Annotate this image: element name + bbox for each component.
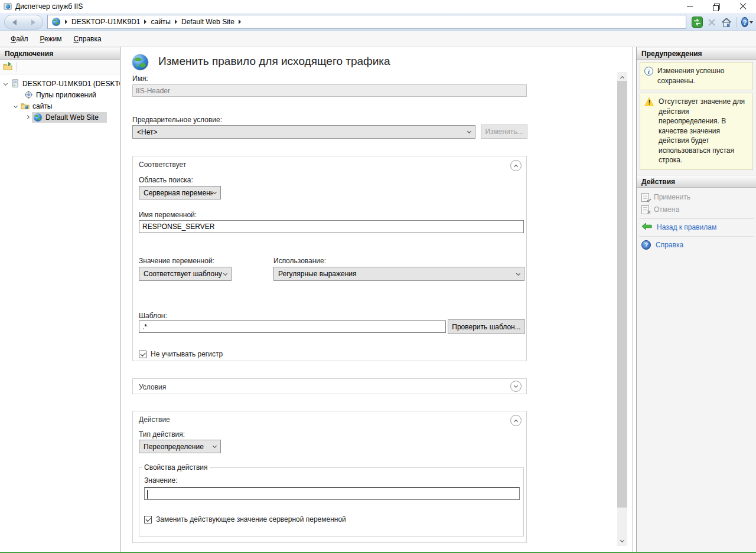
variable-name-field[interactable] <box>139 220 524 233</box>
breadcrumb-sites[interactable]: сайты <box>151 18 171 26</box>
breadcrumb[interactable]: DESKTOP-U1MK9D1 сайты Default Web Site <box>47 15 686 29</box>
action-section: Действие Тип действия: Переопределение С… <box>132 411 527 543</box>
chevron-down-icon <box>516 271 520 275</box>
menu-view[interactable]: Режим <box>35 32 69 45</box>
connections-toolbar <box>0 60 120 74</box>
help-action[interactable]: ? Справка <box>637 239 756 251</box>
chevron-expanded-icon[interactable] <box>14 104 18 108</box>
variable-value-label: Значение переменной: <box>139 257 214 265</box>
test-pattern-button[interactable]: Проверить шаблон... <box>448 319 525 334</box>
precondition-select[interactable]: <Нет> <box>132 125 475 139</box>
ignore-case-row: Не учитывать регистр <box>139 350 223 358</box>
menu-help[interactable]: Справка <box>69 32 109 45</box>
chevron-up-icon <box>514 164 518 168</box>
breadcrumb-default-web-site[interactable]: Default Web Site <box>181 18 234 26</box>
site-globe-icon <box>33 113 43 122</box>
menu-file[interactable]: Файл <box>6 32 35 45</box>
using-select[interactable]: Регулярные выражения <box>273 267 524 281</box>
chevron-down-icon <box>514 384 518 388</box>
action-type-select[interactable]: Переопределение <box>139 440 221 453</box>
address-bar: DESKTOP-U1MK9D1 сайты Default Web Site ? <box>0 13 756 31</box>
collapse-section-button[interactable] <box>510 415 522 426</box>
content-divider <box>632 47 633 552</box>
forward-nav-icon[interactable] <box>31 19 35 25</box>
chevron-down-icon <box>467 129 471 133</box>
collapse-section-button[interactable] <box>510 160 522 171</box>
replace-value-row: Заменить действующее значение серверной … <box>144 515 346 523</box>
page-globe-icon <box>131 53 149 73</box>
ignore-case-label: Не учитывать регистр <box>151 350 223 358</box>
chevron-down-icon <box>213 444 217 448</box>
name-label: Имя: <box>132 74 148 83</box>
app-pools-icon <box>24 90 33 100</box>
warnings-header: Предупреждения <box>637 47 756 60</box>
expand-section-button[interactable] <box>510 381 522 392</box>
scope-select[interactable]: Серверная переменн <box>139 186 221 199</box>
action-section-title: Действие <box>139 415 170 424</box>
help-icon[interactable]: ? <box>741 17 753 28</box>
refresh-icon[interactable] <box>691 17 703 28</box>
tree-item-sites[interactable]: сайты <box>0 100 120 112</box>
scrollbar-thumb[interactable] <box>617 81 627 508</box>
title-bar: Диспетчер служб IIS <box>0 0 756 13</box>
close-button[interactable] <box>729 0 756 13</box>
restore-button[interactable] <box>703 0 729 13</box>
toolbar-separator <box>737 17 737 28</box>
name-field <box>132 84 527 97</box>
info-alert-text: Изменения успешно сохранены. <box>657 66 749 86</box>
tree-item-label: Пулы приложений <box>36 91 96 99</box>
sites-folder-icon <box>20 102 30 111</box>
scroll-down-button[interactable] <box>617 536 627 546</box>
toolbar-separator <box>17 62 17 71</box>
connections-header: Подключения <box>0 47 120 60</box>
edit-outbound-rule-page: Изменить правило для исходящего трафика … <box>120 47 636 552</box>
help-icon: ? <box>641 240 651 250</box>
action-type-label: Тип действия: <box>139 430 185 439</box>
match-section: Соответствует Область поиска: Серверная … <box>132 156 527 361</box>
action-properties-group: Свойства действия Значение: Заменить дей… <box>139 463 524 536</box>
actions-list: Применить × Отмена Назад к правилам ? Сп… <box>637 188 756 251</box>
back-to-rules-action[interactable]: Назад к правилам <box>637 221 756 234</box>
info-alert: i Изменения успешно сохранены. <box>640 62 753 90</box>
minimize-button[interactable] <box>676 0 703 13</box>
vertical-scrollbar[interactable] <box>617 72 627 546</box>
breadcrumb-arrow-icon <box>65 19 67 24</box>
text-caret <box>147 490 148 499</box>
tree-item-default-web-site[interactable]: Default Web Site <box>0 112 120 123</box>
breadcrumb-arrow-icon <box>239 19 241 24</box>
home-icon[interactable] <box>721 17 732 28</box>
pattern-field[interactable] <box>139 320 446 333</box>
conditions-section-title: Условия <box>139 383 166 391</box>
breadcrumb-server[interactable]: DESKTOP-U1MK9D1 <box>71 18 140 26</box>
chevron-expanded-icon[interactable] <box>4 81 8 86</box>
replace-value-checkbox[interactable] <box>144 516 152 523</box>
edit-precondition-button: Изменить... <box>481 125 527 139</box>
chevron-up-icon <box>620 76 624 80</box>
chevron-collapsed-icon[interactable] <box>25 115 30 119</box>
minimize-icon <box>687 6 693 7</box>
replace-value-label: Заменить действующее значение серверной … <box>156 515 346 523</box>
back-nav-icon[interactable] <box>12 19 17 25</box>
tree-item-server[interactable]: DESKTOP-U1MK9D1 (DESKTOP <box>0 78 120 89</box>
tree-item-label: DESKTOP-U1MK9D1 (DESKTOP <box>22 80 120 88</box>
warning-alert: ! Отсутствует значение для действия пере… <box>640 93 753 170</box>
value-label: Значение: <box>144 476 178 485</box>
actions-header: Действия <box>637 175 756 188</box>
actions-separator <box>639 236 754 237</box>
breadcrumb-arrow-icon <box>144 19 146 24</box>
variable-value-select[interactable]: Соответствует шаблону <box>139 267 232 281</box>
site-globe-icon <box>51 17 61 27</box>
ignore-case-checkbox[interactable] <box>139 351 146 358</box>
value-field[interactable] <box>144 487 520 500</box>
tree-item-app-pools[interactable]: Пулы приложений <box>0 89 120 100</box>
scope-label: Область поиска: <box>139 176 193 184</box>
cancel-action: × Отмена <box>637 204 756 216</box>
actions-separator <box>639 218 754 219</box>
apply-action: Применить <box>637 191 756 204</box>
match-section-title: Соответствует <box>139 161 186 169</box>
chevron-down-icon <box>223 271 227 275</box>
chevron-up-icon <box>514 419 518 423</box>
page-title: Изменить правило для исходящего трафика <box>158 55 390 68</box>
save-connection-icon[interactable] <box>3 62 12 71</box>
variable-name-label: Имя переменной: <box>139 211 197 219</box>
